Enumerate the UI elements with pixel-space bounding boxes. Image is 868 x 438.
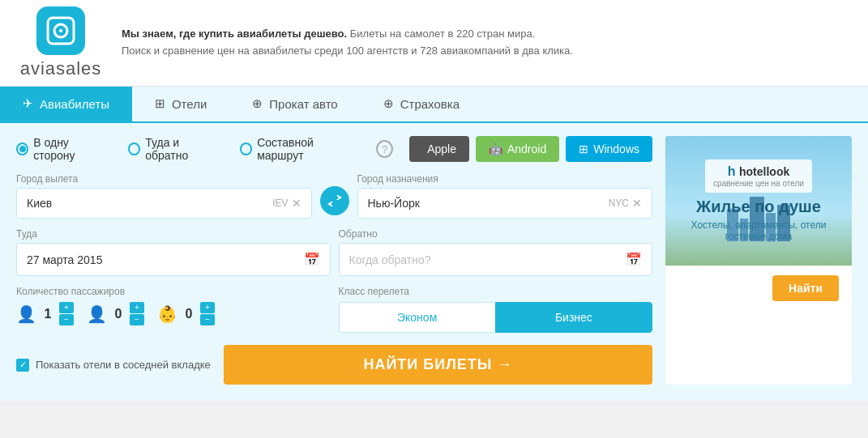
infants-group: 👶 0 + − bbox=[157, 302, 215, 325]
class-label: Класс перелета bbox=[339, 286, 653, 297]
destination-group: Город назначения NYC ✕ bbox=[357, 173, 653, 219]
depart-label: Туда bbox=[16, 228, 331, 240]
android-btn-label: Android bbox=[507, 142, 546, 155]
class-buttons: Эконом Бизнес bbox=[339, 302, 653, 333]
main-area: В одну сторону Туда и обратно Составной … bbox=[0, 123, 868, 401]
infant-icon: 👶 bbox=[157, 304, 177, 324]
ad-bottom: Найти bbox=[665, 266, 852, 311]
windows-btn-label: Windows bbox=[593, 142, 639, 155]
search-button[interactable]: НАЙТИ БИЛЕТЫ → bbox=[224, 345, 652, 385]
origin-group: Город вылета IEV ✕ bbox=[16, 173, 312, 219]
radio-complex[interactable]: Составной маршрут bbox=[240, 136, 357, 162]
children-stepper: + − bbox=[130, 302, 144, 325]
children-increment[interactable]: + bbox=[130, 302, 144, 313]
hotels-checkbox-text: Показать отели в соседней вкладке bbox=[36, 359, 211, 371]
adults-increment[interactable]: + bbox=[59, 302, 74, 313]
origin-input[interactable] bbox=[27, 197, 269, 210]
radio-oneway-circle bbox=[16, 142, 28, 155]
adults-group: 👤 1 + − bbox=[16, 302, 74, 325]
ad-top: h hotellook сравнение цен на отели Жилье… bbox=[665, 136, 852, 266]
hotel-icon: ⊞ bbox=[155, 96, 165, 111]
infants-increment[interactable]: + bbox=[200, 302, 215, 313]
hotels-checkbox[interactable]: ✓ bbox=[16, 359, 29, 372]
tab-hotels[interactable]: ⊞ Отели bbox=[132, 87, 229, 123]
radio-oneway[interactable]: В одну сторону bbox=[16, 136, 109, 162]
windows-btn[interactable]: ⊞ Windows bbox=[566, 136, 652, 162]
apple-btn-label: Apple bbox=[427, 142, 456, 155]
adults-count: 1 bbox=[41, 307, 54, 321]
trip-type-options: В одну сторону Туда и обратно Составной … bbox=[16, 136, 393, 162]
ad-subtitle: Хостелы, апартаменты, отели гостевые дом… bbox=[678, 219, 839, 242]
windows-icon: ⊞ bbox=[579, 142, 588, 155]
origin-code: IEV ✕ bbox=[272, 197, 301, 210]
destination-code: NYC ✕ bbox=[609, 197, 642, 210]
destination-input-wrapper[interactable]: NYC ✕ bbox=[357, 188, 653, 219]
tab-insurance-label: Страховка bbox=[400, 97, 460, 111]
origin-clear-btn[interactable]: ✕ bbox=[292, 197, 301, 210]
radio-roundtrip[interactable]: Туда и обратно bbox=[128, 136, 220, 162]
infants-count: 0 bbox=[182, 307, 195, 321]
destination-clear-btn[interactable]: ✕ bbox=[632, 197, 642, 210]
app-buttons-row: Apple 🤖 Android ⊞ Windows bbox=[409, 136, 652, 162]
swap-button[interactable] bbox=[320, 186, 349, 215]
android-btn[interactable]: 🤖 Android bbox=[476, 136, 559, 162]
infants-stepper: + − bbox=[200, 302, 215, 325]
car-icon: ⊕ bbox=[252, 96, 263, 111]
tab-insurance[interactable]: ⊕ Страховка bbox=[361, 87, 482, 123]
header: aviasales Мы знаем, где купить авиабилет… bbox=[0, 0, 868, 87]
tab-flights[interactable]: ✈ Авиабилеты bbox=[0, 87, 132, 123]
class-section: Класс перелета Эконом Бизнес bbox=[339, 286, 653, 335]
tagline-bold: Мы знаем, где купить авиабилеты дешево. bbox=[122, 28, 347, 40]
ad-logo-text: hotellook bbox=[739, 165, 789, 178]
radio-roundtrip-circle bbox=[128, 142, 140, 155]
business-btn[interactable]: Бизнес bbox=[495, 302, 652, 333]
infants-decrement[interactable]: − bbox=[200, 314, 215, 325]
city-fields-row: Город вылета IEV ✕ bbox=[16, 173, 652, 219]
logo-text: aviasales bbox=[20, 58, 102, 79]
ad-find-button[interactable]: Найти bbox=[772, 275, 839, 301]
side-ad: h hotellook сравнение цен на отели Жилье… bbox=[665, 136, 852, 385]
android-icon: 🤖 bbox=[489, 142, 502, 155]
passengers-label: Количество пассажиров bbox=[16, 286, 331, 297]
checkmark-icon: ✓ bbox=[19, 359, 27, 370]
ad-tagline: сравнение цен на отели bbox=[713, 179, 804, 188]
passengers-controls: 👤 1 + − 👤 0 + bbox=[16, 302, 331, 325]
insurance-icon: ⊕ bbox=[383, 96, 394, 111]
passengers-class-row: Количество пассажиров 👤 1 + − bbox=[16, 286, 652, 335]
adult-icon: 👤 bbox=[16, 304, 36, 324]
tab-flights-label: Авиабилеты bbox=[40, 97, 109, 111]
destination-input[interactable] bbox=[368, 197, 609, 210]
depart-calendar-icon[interactable]: 📅 bbox=[304, 252, 320, 267]
tab-car-label: Прокат авто bbox=[269, 97, 337, 111]
adults-stepper: + − bbox=[59, 302, 74, 325]
radio-complex-label: Составной маршрут bbox=[257, 136, 357, 162]
tagline-1: Билеты на самолет в 220 стран мира. bbox=[347, 28, 535, 40]
header-tagline: Мы знаем, где купить авиабилеты дешево. … bbox=[122, 26, 852, 60]
depart-value: 27 марта 2015 bbox=[27, 253, 102, 266]
return-input[interactable]: Когда обратно? 📅 bbox=[339, 243, 653, 276]
passengers-section: Количество пассажиров 👤 1 + − bbox=[16, 286, 331, 335]
return-label: Обратно bbox=[339, 228, 653, 240]
bottom-row: ✓ Показать отели в соседней вкладке НАЙТ… bbox=[16, 345, 652, 385]
return-field: Обратно Когда обратно? 📅 bbox=[339, 228, 653, 276]
child-icon: 👤 bbox=[87, 304, 107, 324]
adults-decrement[interactable]: − bbox=[59, 314, 74, 325]
economy-btn[interactable]: Эконом bbox=[339, 302, 495, 333]
origin-label: Город вылета bbox=[16, 173, 312, 185]
nav-tabs: ✈ Авиабилеты ⊞ Отели ⊕ Прокат авто ⊕ Стр… bbox=[0, 87, 868, 123]
children-count: 0 bbox=[112, 307, 125, 321]
depart-input[interactable]: 27 марта 2015 📅 bbox=[16, 243, 331, 276]
date-fields-row: Туда 27 марта 2015 📅 Обратно Когда обрат… bbox=[16, 228, 652, 276]
hotels-checkbox-label[interactable]: ✓ Показать отели в соседней вкладке bbox=[16, 359, 211, 372]
radio-complex-circle bbox=[240, 142, 252, 155]
tab-car[interactable]: ⊕ Прокат авто bbox=[229, 87, 360, 123]
origin-input-wrapper[interactable]: IEV ✕ bbox=[16, 188, 312, 219]
apple-btn[interactable]: Apple bbox=[409, 136, 469, 162]
search-panel: В одну сторону Туда и обратно Составной … bbox=[16, 136, 652, 385]
return-calendar-icon[interactable]: 📅 bbox=[626, 252, 642, 267]
help-icon[interactable]: ? bbox=[376, 140, 393, 158]
ad-title: Жилье по душе bbox=[678, 198, 839, 216]
children-decrement[interactable]: − bbox=[130, 314, 144, 325]
children-group: 👤 0 + − bbox=[87, 302, 144, 325]
radio-roundtrip-label: Туда и обратно bbox=[145, 136, 220, 162]
